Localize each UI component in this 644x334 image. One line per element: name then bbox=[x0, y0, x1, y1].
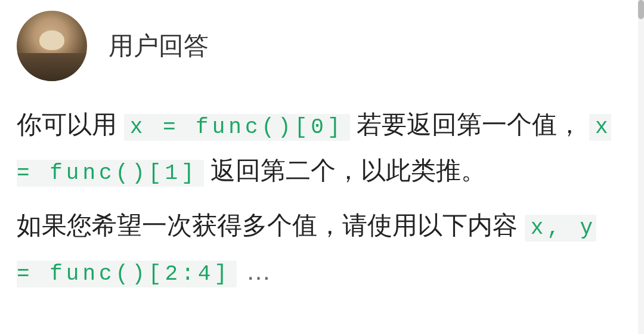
answer-body: 你可以用 x = func()[0] 若要返回第一个值， x = func()[… bbox=[17, 101, 620, 294]
avatar[interactable] bbox=[17, 11, 87, 81]
username-label[interactable]: 用户回答 bbox=[109, 29, 209, 63]
scrollbar-track[interactable] bbox=[638, 0, 644, 334]
text-segment: 返回第二个，以此类推。 bbox=[210, 156, 486, 184]
paragraph-2: 如果您希望一次获得多个值，请使用以下内容 x, y = func()[2:4] … bbox=[17, 202, 620, 295]
answer-header: 用户回答 bbox=[17, 11, 620, 81]
text-segment: 若要返回第一个值， bbox=[357, 110, 582, 138]
paragraph-1: 你可以用 x = func()[0] 若要返回第一个值， x = func()[… bbox=[17, 101, 620, 194]
scrollbar-thumb[interactable] bbox=[638, 0, 644, 19]
inline-code: x = func()[0] bbox=[124, 114, 350, 141]
text-segment: 如果您希望一次获得多个值，请使用以下内容 bbox=[17, 211, 518, 239]
text-segment: 你可以用 bbox=[17, 110, 117, 138]
ellipsis: … bbox=[246, 257, 271, 285]
